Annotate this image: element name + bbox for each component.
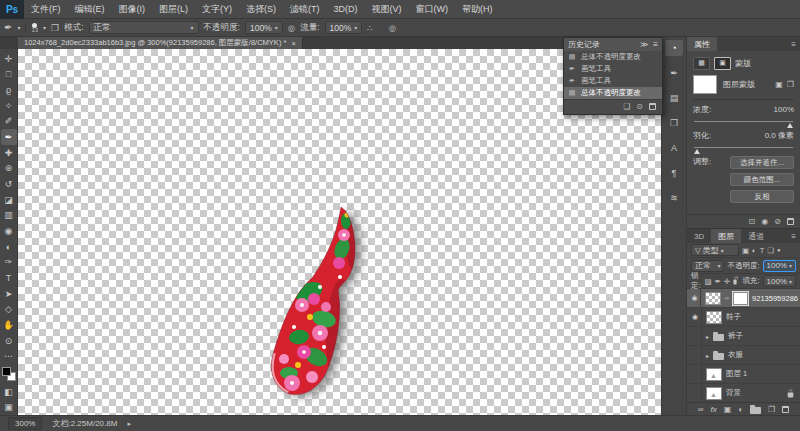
mask-link-icon[interactable]: ∞ — [725, 295, 729, 301]
tab-properties[interactable]: 属性 — [687, 37, 717, 51]
opacity-field[interactable]: 100% ▾ — [245, 21, 283, 34]
menu-image[interactable]: 图像(I) — [112, 3, 153, 16]
layer-name[interactable]: 92135959286 — [752, 294, 798, 303]
tab-layers[interactable]: 图层 — [711, 229, 741, 243]
lock-image-pixels-icon[interactable]: ✒ — [715, 277, 721, 286]
blend-mode-select[interactable]: 正常 ▾ — [89, 21, 199, 34]
feather-slider-handle[interactable] — [694, 149, 700, 154]
layer-thumbnail[interactable]: ▲ — [706, 368, 722, 381]
layer-row-selected[interactable]: ◉ ∞ 92135959286 — [687, 289, 800, 308]
lock-transparent-pixels-icon[interactable]: ▨ — [704, 277, 711, 286]
shape-tool[interactable]: ◇ — [1, 302, 17, 318]
menu-filter[interactable]: 滤镜(T) — [283, 3, 327, 16]
color-range-button[interactable]: 颜色范围... — [730, 173, 794, 186]
eyedropper-tool[interactable]: ✐ — [1, 114, 17, 130]
quick-selection-tool[interactable]: ✧ — [1, 98, 17, 114]
density-slider[interactable] — [694, 121, 793, 122]
brush-picker-dropdown-icon[interactable]: ▾ — [43, 24, 46, 31]
load-selection-from-mask-icon[interactable]: ⊡ — [749, 217, 756, 226]
link-layers-icon[interactable]: ∞ — [698, 405, 704, 414]
menu-layer[interactable]: 图层(L) — [152, 3, 195, 16]
group-row[interactable]: ▸ 裤子 — [687, 327, 800, 346]
character-panel-icon[interactable]: A — [665, 140, 683, 156]
group-name[interactable]: 裤子 — [728, 331, 743, 341]
density-slider-handle[interactable] — [787, 123, 793, 128]
zoom-level-field[interactable]: 300% — [8, 417, 42, 430]
blend-mode-select[interactable]: 正常 ▾ — [691, 260, 724, 272]
filter-shape-layers-icon[interactable]: ❏ — [767, 246, 774, 255]
visibility-eye-empty[interactable] — [689, 384, 702, 403]
path-selection-tool[interactable]: ➤ — [1, 286, 17, 302]
type-tool[interactable]: T — [1, 270, 17, 286]
mask-properties-icon[interactable]: ▣ — [714, 57, 731, 70]
layer-row[interactable]: ◉ 鞋子 — [687, 308, 800, 327]
document-tab[interactable]: 1024x768_2d0ec2333ab16b3.jpg @ 300%(9213… — [18, 37, 303, 49]
history-panel-icon[interactable]: ◔ — [665, 40, 683, 56]
zoom-tool[interactable]: ⊙ — [1, 333, 17, 349]
history-state-selected[interactable]: ▤ 总体不透明度更改 — [564, 87, 662, 99]
menu-3d[interactable]: 3D(D) — [327, 4, 365, 14]
group-row[interactable]: ▸ 衣服 — [687, 346, 800, 365]
history-state[interactable]: ▤ 总体不透明度更改 — [564, 51, 662, 63]
foreground-color-swatch[interactable] — [2, 367, 11, 376]
visibility-eye-empty[interactable] — [689, 327, 702, 346]
brush-tool-icon[interactable]: ✒ — [4, 22, 12, 33]
brush-tool[interactable]: ✒ — [1, 129, 17, 145]
tab-channels[interactable]: 通道 — [741, 229, 771, 243]
history-brush-tool[interactable]: ↺ — [1, 176, 17, 192]
background-layer-row[interactable]: ▲ 背景 — [687, 384, 800, 403]
marquee-tool[interactable]: □ — [1, 67, 17, 83]
brush-presets-panel-icon[interactable]: ▤ — [665, 90, 683, 106]
clone-source-panel-icon[interactable]: ❐ — [665, 115, 683, 131]
gradient-tool[interactable]: ▥ — [1, 208, 17, 224]
select-and-mask-button[interactable]: 选择并遮住... — [730, 156, 794, 169]
edit-toolbar-button[interactable]: ⋯ — [1, 348, 17, 364]
delete-layer-icon[interactable] — [782, 406, 789, 413]
new-group-icon[interactable] — [750, 407, 761, 414]
feather-value[interactable]: 0.0 像素 — [765, 130, 794, 141]
new-layer-icon[interactable]: ❐ — [768, 405, 775, 414]
brush-preset-picker[interactable]: 13 — [31, 23, 38, 33]
color-swatches[interactable] — [2, 367, 16, 381]
layer-style-icon[interactable]: fx — [710, 405, 716, 414]
caret-right-icon[interactable]: ▸ — [706, 333, 709, 340]
lock-position-icon[interactable]: ✛ — [724, 277, 730, 286]
menu-edit[interactable]: 编辑(E) — [68, 3, 112, 16]
history-state[interactable]: ✒ 画笔工具 — [564, 75, 662, 87]
delete-mask-icon[interactable] — [787, 218, 794, 225]
layer-thumbnail[interactable] — [705, 292, 720, 305]
quick-mask-button[interactable]: ◧ — [1, 384, 17, 400]
blur-tool[interactable]: ◉ — [1, 223, 17, 239]
menu-window[interactable]: 窗口(W) — [409, 3, 456, 16]
add-pixel-mask-icon[interactable]: ▣ — [775, 80, 783, 89]
layer-mask-thumbnail[interactable] — [693, 75, 717, 94]
layer-row[interactable]: ▲ 图层 1 — [687, 365, 800, 384]
move-tool[interactable]: ✛ — [1, 51, 17, 67]
pressure-size-icon[interactable]: ◎ — [389, 23, 396, 33]
layer-filter-select[interactable]: ▽ 类型 ▾ — [691, 244, 739, 256]
apply-mask-icon[interactable]: ◉ — [761, 217, 768, 226]
history-state[interactable]: ✒ 画笔工具 — [564, 63, 662, 75]
pen-tool[interactable]: ✑ — [1, 255, 17, 271]
airbrush-icon[interactable]: ∴ — [367, 23, 372, 33]
timeline-panel-icon[interactable]: ≋ — [665, 190, 683, 206]
filter-pixel-layers-icon[interactable]: ▣ — [742, 246, 749, 255]
add-vector-mask-icon[interactable]: ❐ — [787, 80, 794, 89]
feather-slider[interactable] — [694, 147, 793, 148]
density-value[interactable]: 100% — [774, 105, 794, 114]
dodge-tool[interactable]: ◐ — [1, 239, 17, 255]
filter-toggle-icon[interactable]: ● — [777, 247, 781, 253]
new-snapshot-icon[interactable]: ⊙ — [636, 102, 643, 111]
invert-button[interactable]: 反相 — [730, 190, 794, 203]
menu-type[interactable]: 文字(Y) — [195, 3, 239, 16]
menu-view[interactable]: 视图(V) — [365, 3, 409, 16]
tab-3d[interactable]: 3D — [687, 229, 711, 243]
filter-adjustment-layers-icon[interactable]: ◐ — [752, 246, 757, 255]
fill-field[interactable]: 100% ▾ — [763, 275, 796, 287]
hand-tool[interactable]: ✋ — [1, 317, 17, 333]
lock-all-icon[interactable] — [734, 280, 737, 285]
brush-settings-panel-icon[interactable]: ✒ — [665, 65, 683, 81]
pixel-layer-properties-icon[interactable]: ▦ — [693, 57, 710, 70]
tool-preset-dropdown-icon[interactable]: ▾ — [17, 24, 20, 31]
caret-right-icon[interactable]: ▸ — [706, 352, 709, 359]
